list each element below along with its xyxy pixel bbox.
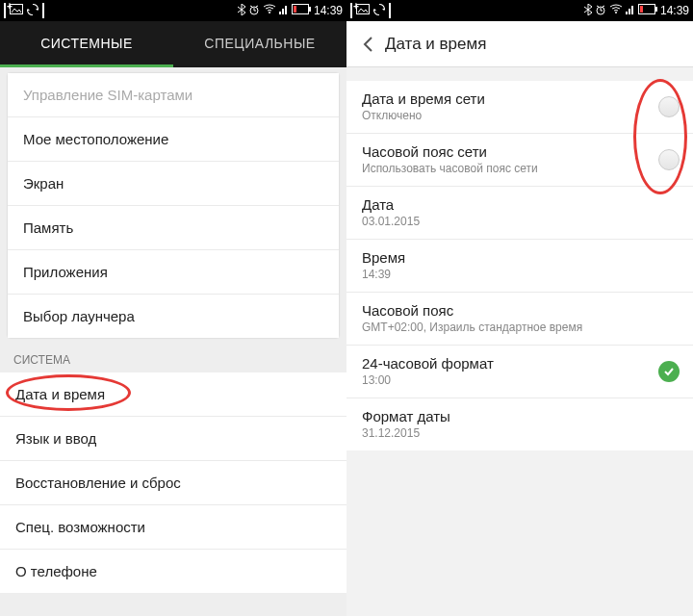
row-title: Часовой пояс сети <box>362 143 678 160</box>
row-title: Дата и время сети <box>362 90 678 107</box>
row-time[interactable]: Время 14:39 <box>346 240 693 293</box>
row-apps[interactable]: Приложения <box>8 250 339 295</box>
header-datetime: Дата и время <box>346 21 693 67</box>
settings-group-2: Дата и время Язык и ввод Восстановление … <box>0 372 346 593</box>
row-date[interactable]: Дата 03.01.2015 <box>346 187 693 240</box>
status-left <box>4 4 44 18</box>
row-title: Часовой пояс <box>362 302 678 319</box>
svg-rect-16 <box>655 7 657 12</box>
signal-icon <box>626 4 635 17</box>
row-sub: 31.12.2015 <box>362 426 678 440</box>
row-access[interactable]: Спец. возможности <box>0 505 346 550</box>
svg-point-2 <box>269 12 270 13</box>
row-title: Дата <box>362 196 678 213</box>
box-icon <box>42 4 44 17</box>
box-icon <box>389 4 391 17</box>
battery-icon <box>292 4 311 17</box>
row-sub: Отключено <box>362 109 678 122</box>
status-time-2: 14:39 <box>660 4 689 17</box>
status-left-2 <box>350 4 391 18</box>
phone-left: 14:39 СИСТЕМНЫЕ СПЕЦИАЛЬНЫЕ Управление S… <box>0 0 346 616</box>
svg-rect-4 <box>282 9 284 14</box>
row-launcher[interactable]: Выбор лаунчера <box>8 295 339 338</box>
datetime-list: Дата и время сети Отключено Часовой пояс… <box>346 81 693 450</box>
row-memory[interactable]: Память <box>8 206 339 250</box>
status-right-2: 14:39 <box>584 4 689 18</box>
svg-rect-8 <box>294 6 296 13</box>
row-sub: 13:00 <box>362 373 678 387</box>
row-sub: Использовать часовой пояс сети <box>362 162 678 175</box>
phone-right: 14:39 Дата и время Дата и время сети Отк… <box>346 0 693 616</box>
row-sub: GMT+02:00, Израиль стандартное время <box>362 321 678 334</box>
row-title: Время <box>362 249 678 266</box>
row-24h[interactable]: 24-часовой формат 13:00 <box>346 346 693 398</box>
row-display[interactable]: Экран <box>8 162 339 206</box>
bluetooth-icon <box>238 4 245 18</box>
status-bar: 14:39 <box>0 0 346 21</box>
svg-rect-17 <box>640 6 643 13</box>
row-network-tz[interactable]: Часовой пояс сети Использовать часовой п… <box>346 134 693 187</box>
row-about[interactable]: О телефоне <box>0 550 346 593</box>
row-network-datetime[interactable]: Дата и время сети Отключено <box>346 81 693 134</box>
page-title: Дата и время <box>385 35 486 54</box>
status-bar-2: 14:39 <box>346 0 693 21</box>
svg-rect-14 <box>631 6 633 14</box>
svg-rect-3 <box>279 12 281 14</box>
toggle-network-datetime[interactable] <box>658 96 680 117</box>
row-location[interactable]: Мое местоположение <box>8 117 339 162</box>
wifi-icon <box>609 4 623 17</box>
tab-special[interactable]: СПЕЦИАЛЬНЫЕ <box>173 21 346 67</box>
row-title: Формат даты <box>362 408 678 424</box>
tabs: СИСТЕМНЫЕ СПЕЦИАЛЬНЫЕ <box>0 21 346 67</box>
battery-icon <box>638 4 657 17</box>
alarm-icon <box>595 4 606 18</box>
row-title: 24-часовой формат <box>362 355 678 372</box>
row-sim[interactable]: Управление SIM-картами <box>8 73 339 117</box>
sync-icon <box>373 4 385 18</box>
row-datetime[interactable]: Дата и время <box>0 372 346 417</box>
svg-rect-13 <box>629 9 630 14</box>
back-button[interactable] <box>356 21 381 67</box>
svg-rect-12 <box>626 12 628 14</box>
svg-point-11 <box>615 12 617 13</box>
row-date-format[interactable]: Формат даты 31.12.2015 <box>346 398 693 450</box>
row-sub: 03.01.2015 <box>362 215 678 228</box>
svg-rect-5 <box>285 6 287 14</box>
plus-box-icon <box>350 4 352 17</box>
alarm-icon <box>248 4 260 18</box>
svg-rect-7 <box>309 7 311 12</box>
wifi-icon <box>263 4 276 17</box>
row-lang[interactable]: Язык и ввод <box>0 417 346 461</box>
check-24h[interactable] <box>658 361 680 382</box>
row-reset[interactable]: Восстановление и сброс <box>0 461 346 505</box>
row-sub: 14:39 <box>362 268 678 281</box>
section-system: СИСТЕМА <box>0 344 346 372</box>
status-time: 14:39 <box>314 4 343 17</box>
signal-icon <box>279 4 289 17</box>
sync-icon <box>27 4 38 18</box>
row-tz[interactable]: Часовой пояс GMT+02:00, Израиль стандарт… <box>346 293 693 346</box>
plus-box-icon <box>4 4 6 17</box>
status-right: 14:39 <box>238 4 343 18</box>
toggle-network-tz[interactable] <box>658 149 680 170</box>
bluetooth-icon <box>584 4 592 18</box>
settings-group-1: Управление SIM-картами Мое местоположени… <box>8 73 339 338</box>
tab-system[interactable]: СИСТЕМНЫЕ <box>0 21 173 67</box>
